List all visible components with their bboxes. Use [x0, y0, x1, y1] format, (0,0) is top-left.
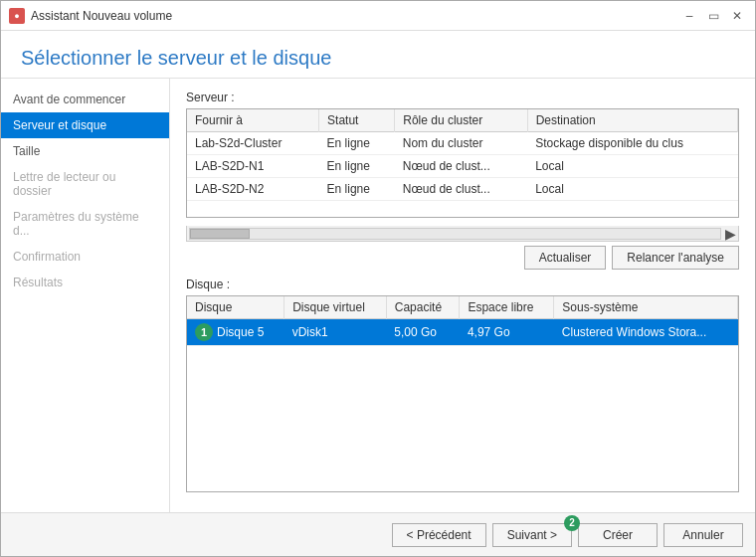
sidebar-item-lettre: Lettre de lecteur ou dossier [1, 164, 169, 204]
close-button[interactable]: ✕ [727, 7, 747, 25]
main-content: Serveur : Fournir à Statut Rôle du clust… [170, 79, 755, 512]
prev-button[interactable]: < Précédent [392, 523, 486, 547]
server-row-1-statut: En ligne [319, 155, 395, 178]
server-table: Fournir à Statut Rôle du cluster Destina… [187, 109, 738, 201]
disk-col-disque: Disque [187, 296, 284, 319]
server-row-0-fournir: Lab-S2d-Cluster [187, 132, 319, 155]
disk-row-0-name: Disque 5 [217, 325, 264, 339]
server-row-2-fournir: LAB-S2D-N2 [187, 178, 319, 201]
col-role: Rôle du cluster [395, 109, 527, 132]
scroll-right-btn[interactable]: ▶ [723, 226, 738, 242]
disk-col-virtuel: Disque virtuel [284, 296, 387, 319]
title-bar: ● Assistant Nouveau volume – ▭ ✕ [1, 1, 755, 31]
server-row-1-dest: Local [527, 155, 737, 178]
next-button[interactable]: Suivant > [492, 523, 572, 547]
disk-row-0-capacite: 5,00 Go [386, 319, 460, 346]
sidebar-item-confirmation: Confirmation [1, 244, 169, 270]
sidebar: Avant de commencer Serveur et disque Tai… [1, 79, 170, 512]
sidebar-item-serveur[interactable]: Serveur et disque [1, 112, 169, 138]
refresh-button[interactable]: Actualiser [524, 246, 607, 270]
disk-badge: 1 [195, 323, 213, 341]
scrollbar-thumb[interactable] [190, 229, 250, 239]
server-row-0-dest: Stockage disponible du clus [527, 132, 737, 155]
disk-col-espace: Espace libre [460, 296, 554, 319]
disk-row-0-virtuel: vDisk1 [284, 319, 387, 346]
col-dest: Destination [527, 109, 737, 132]
maximize-button[interactable]: ▭ [703, 7, 723, 25]
sidebar-item-taille[interactable]: Taille [1, 138, 169, 164]
col-fournir: Fournir à [187, 109, 319, 132]
disk-table-header: Disque Disque virtuel Capacité Espace li… [187, 296, 738, 319]
disk-col-capacite: Capacité [386, 296, 460, 319]
server-row-2-role: Nœud de clust... [395, 178, 527, 201]
footer: < Précédent Suivant > 2 Créer Annuler [1, 512, 755, 556]
window: ● Assistant Nouveau volume – ▭ ✕ Sélecti… [0, 0, 756, 557]
scrollbar-track[interactable] [189, 228, 721, 240]
server-row-2-dest: Local [527, 178, 737, 201]
sidebar-item-parametres: Paramètres du système d... [1, 204, 169, 244]
create-button[interactable]: Créer [578, 523, 658, 547]
disk-row-0-sous: Clustered Windows Stora... [554, 319, 738, 346]
cancel-button[interactable]: Annuler [663, 523, 743, 547]
next-badge: 2 [564, 515, 580, 531]
disk-section-label: Disque : [186, 278, 739, 291]
reanalyze-button[interactable]: Relancer l'analyse [612, 246, 739, 270]
server-row-0-statut: En ligne [319, 132, 395, 155]
server-row-1-role: Nœud de clust... [395, 155, 527, 178]
disk-row-0-disque: 1 Disque 5 [187, 319, 284, 346]
window-title: Assistant Nouveau volume [31, 9, 679, 23]
page-title: Sélectionner le serveur et le disque [21, 47, 735, 70]
next-button-wrap: Suivant > 2 [492, 523, 572, 547]
window-icon: ● [9, 8, 25, 24]
server-buttons-row: Actualiser Relancer l'analyse [186, 246, 739, 270]
col-statut: Statut [319, 109, 395, 132]
server-row-1[interactable]: LAB-S2D-N1 En ligne Nœud de clust... Loc… [187, 155, 738, 178]
server-table-header: Fournir à Statut Rôle du cluster Destina… [187, 109, 738, 132]
disk-col-sous: Sous-système [554, 296, 738, 319]
server-row-0-role: Nom du cluster [395, 132, 527, 155]
disk-row-0-espace: 4,97 Go [460, 319, 554, 346]
disk-table-wrapper: Disque Disque virtuel Capacité Espace li… [186, 295, 739, 492]
disk-row-0[interactable]: 1 Disque 5 vDisk1 5,00 Go 4,97 Go Cluste… [187, 319, 738, 346]
server-row-1-fournir: LAB-S2D-N1 [187, 155, 319, 178]
disk-table: Disque Disque virtuel Capacité Espace li… [187, 296, 738, 346]
page-header: Sélectionner le serveur et le disque [1, 31, 755, 79]
sidebar-item-avant[interactable]: Avant de commencer [1, 87, 169, 112]
minimize-button[interactable]: – [679, 7, 699, 25]
server-row-0[interactable]: Lab-S2d-Cluster En ligne Nom du cluster … [187, 132, 738, 155]
server-section-label: Serveur : [186, 91, 739, 104]
server-row-2[interactable]: LAB-S2D-N2 En ligne Nœud de clust... Loc… [187, 178, 738, 201]
sidebar-item-resultats: Résultats [1, 270, 169, 295]
main-body: Avant de commencer Serveur et disque Tai… [1, 79, 755, 512]
server-scrollbar[interactable]: ▶ [186, 226, 739, 242]
server-table-wrapper: Fournir à Statut Rôle du cluster Destina… [186, 108, 739, 218]
server-row-2-statut: En ligne [319, 178, 395, 201]
window-controls: – ▭ ✕ [679, 7, 747, 25]
